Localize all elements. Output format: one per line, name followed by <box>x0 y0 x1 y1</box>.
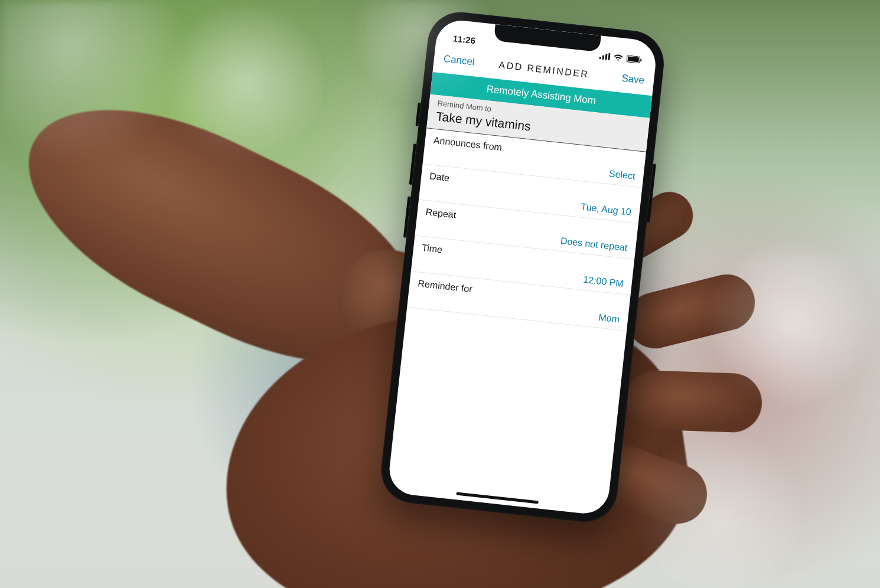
row-label: Time <box>421 243 625 275</box>
row-announces-from[interactable]: Announces from Select <box>422 129 646 188</box>
save-button[interactable]: Save <box>621 73 645 87</box>
status-icons <box>599 52 642 64</box>
wifi-icon <box>613 54 623 62</box>
home-indicator[interactable] <box>456 492 539 504</box>
reminder-value: Take my vitamins <box>435 109 640 146</box>
svg-rect-2 <box>605 54 607 60</box>
status-bar: 11:26 <box>436 18 659 67</box>
svg-rect-3 <box>608 53 610 60</box>
row-reminder-for[interactable]: Reminder for Mom <box>407 272 630 331</box>
hand-silhouette <box>0 136 744 588</box>
row-value[interactable]: 12:00 PM <box>420 257 624 289</box>
row-label: Date <box>429 171 633 204</box>
row-value[interactable]: Tue, Aug 10 <box>428 185 632 218</box>
row-value[interactable]: Does not repeat <box>423 221 628 253</box>
cancel-button[interactable]: Cancel <box>443 53 475 68</box>
row-value[interactable]: Mom <box>416 292 620 325</box>
row-time[interactable]: Time 12:00 PM <box>411 236 634 296</box>
reminder-text-field[interactable]: Remind Mom to Take my vitamins <box>426 94 650 152</box>
row-label: Repeat <box>425 207 630 239</box>
row-date[interactable]: Date Tue, Aug 10 <box>419 164 642 224</box>
reminder-hint: Remind Mom to <box>437 99 641 129</box>
notch <box>494 24 601 52</box>
status-time: 11:26 <box>452 33 476 45</box>
svg-rect-6 <box>640 58 642 61</box>
row-repeat[interactable]: Repeat Does not repeat <box>415 200 638 260</box>
svg-rect-5 <box>627 56 639 62</box>
svg-rect-4 <box>627 55 640 63</box>
nav-bar: Cancel ADD REMINDER Save <box>432 44 655 96</box>
svg-rect-1 <box>602 55 604 60</box>
phone-screen: 11:26 Cancel ADD REMINDER Save Remotely … <box>387 18 658 516</box>
page-title: ADD REMINDER <box>434 53 654 87</box>
svg-rect-0 <box>599 57 601 59</box>
row-value[interactable]: Select <box>431 149 635 182</box>
context-banner: Remotely Assisting Mom <box>430 72 652 118</box>
row-label: Reminder for <box>418 279 622 311</box>
photo-background: 11:26 Cancel ADD REMINDER Save Remotely … <box>0 0 880 588</box>
battery-icon <box>626 55 642 64</box>
cellular-icon <box>599 52 610 60</box>
phone-frame: 11:26 Cancel ADD REMINDER Save Remotely … <box>378 9 667 525</box>
row-label: Announces from <box>433 135 637 168</box>
